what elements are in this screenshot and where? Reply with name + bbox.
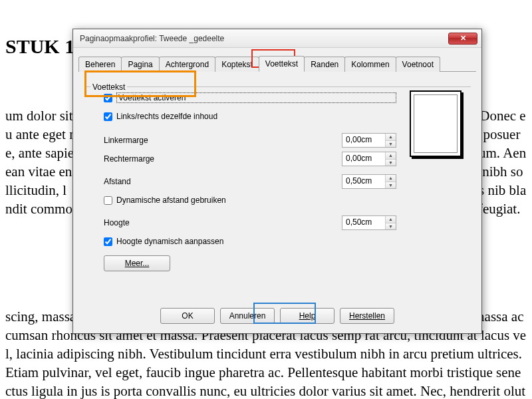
close-button[interactable]: ✕ [448, 33, 477, 45]
tab-koptekst[interactable]: Koptekst [215, 57, 259, 72]
height-input[interactable]: 0,50cm ▲▼ [342, 215, 396, 230]
chevron-up-icon[interactable]: ▲ [386, 134, 396, 141]
dialog-button-row: OK Annuleren Help Herstellen [73, 308, 481, 324]
same-lr-checkbox[interactable] [104, 112, 112, 121]
close-icon: ✕ [460, 34, 466, 43]
page-preview [410, 90, 462, 157]
dyn-spacing-label: Dynamische afstand gebruiken [116, 196, 396, 205]
chevron-down-icon[interactable]: ▼ [386, 160, 396, 166]
cancel-button[interactable]: Annuleren [220, 308, 275, 324]
spacing-label: Afstand [104, 177, 342, 186]
tab-bar: Beheren Pagina Achtergrond Koptekst Voet… [78, 53, 476, 72]
chevron-up-icon[interactable]: ▲ [386, 152, 396, 160]
chevron-down-icon[interactable]: ▼ [386, 223, 396, 230]
height-value: 0,50cm [342, 216, 385, 229]
auto-height-label: Hoogte dynamisch aanpassen [116, 237, 396, 246]
footer-on-checkbox[interactable] [104, 94, 112, 102]
auto-height-checkbox[interactable] [104, 237, 112, 246]
dyn-spacing-checkbox[interactable] [104, 196, 112, 205]
tab-voetnoot[interactable]: Voetnoot [396, 57, 440, 72]
tab-kolommen[interactable]: Kolommen [344, 57, 396, 72]
same-lr-label: Links/rechts dezelfde inhoud [116, 112, 396, 121]
reset-button[interactable]: Herstellen [340, 308, 394, 324]
spacing-input[interactable]: 0,50cm ▲▼ [342, 174, 396, 189]
footer-on-label: Voettekst activeren [116, 92, 396, 103]
tab-randen[interactable]: Randen [304, 57, 345, 72]
right-margin-value: 0,00cm [342, 152, 385, 166]
height-label: Hoogte [104, 218, 342, 227]
page-style-dialog: Paginaopmaakprofiel: Tweede _gedeelte ✕ … [72, 29, 482, 334]
left-margin-value: 0,00cm [342, 134, 385, 147]
chevron-down-icon[interactable]: ▼ [386, 182, 396, 189]
tab-voettekst[interactable]: Voettekst [259, 56, 305, 72]
titlebar: Paginaopmaakprofiel: Tweede _gedeelte ✕ [73, 29, 481, 48]
left-margin-input[interactable]: 0,00cm ▲▼ [342, 133, 396, 148]
groupbox-label: Voettekst [90, 82, 127, 92]
tab-pagina[interactable]: Pagina [121, 57, 159, 72]
tab-achtergrond[interactable]: Achtergrond [159, 57, 215, 72]
ok-button[interactable]: OK [160, 308, 215, 324]
chevron-down-icon[interactable]: ▼ [386, 141, 396, 148]
left-margin-label: Linkermarge [104, 136, 342, 145]
right-margin-input[interactable]: 0,00cm ▲▼ [342, 152, 396, 166]
more-button[interactable]: Meer... [104, 255, 170, 271]
chevron-up-icon[interactable]: ▲ [386, 216, 396, 223]
page-preview-inner [414, 94, 458, 153]
dialog-title: Paginaopmaakprofiel: Tweede _gedeelte [80, 34, 448, 43]
tab-beheren[interactable]: Beheren [78, 57, 122, 72]
right-margin-label: Rechtermarge [104, 154, 342, 164]
chevron-up-icon[interactable]: ▲ [386, 175, 396, 182]
spacing-value: 0,50cm [342, 175, 385, 188]
help-button[interactable]: Help [280, 308, 334, 324]
